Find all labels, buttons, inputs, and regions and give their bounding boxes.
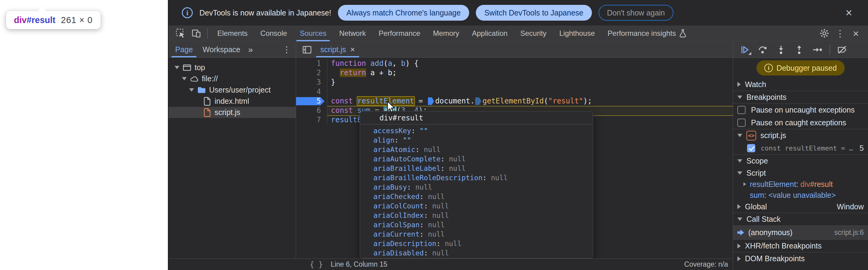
tab-elements[interactable]: Elements xyxy=(211,26,254,41)
popup-property: ariaColSpan: null xyxy=(373,220,593,230)
gutter-line-6[interactable]: 6 xyxy=(296,106,327,115)
popup-property: ariaChecked: null xyxy=(373,192,593,202)
code-token xyxy=(428,97,434,105)
step-icon[interactable] xyxy=(808,43,827,57)
element-dimensions-tooltip: div#result 261 × 0 xyxy=(6,11,101,29)
pause-caught-checkbox[interactable] xyxy=(737,119,746,127)
navigator-tab-workspace[interactable]: Workspace xyxy=(197,42,245,57)
section-breakpoints[interactable]: Breakpoints xyxy=(733,91,868,103)
step-over-icon[interactable] xyxy=(754,43,772,57)
tab-sources[interactable]: Sources xyxy=(293,26,333,41)
settings-gear-icon[interactable] xyxy=(816,26,832,40)
breakpoint-entry[interactable]: const resultElement = doc··· 5 xyxy=(733,142,868,154)
code-line: 5 const resultElement = document.getElem… xyxy=(296,96,733,106)
switch-devtools-japanese-button[interactable]: Switch DevTools to Japanese xyxy=(476,5,592,21)
section-scope[interactable]: Scope xyxy=(733,154,868,167)
gutter-line-4[interactable]: 4 xyxy=(296,87,327,96)
gutter-line-2[interactable]: 2 xyxy=(296,68,327,78)
code-line: 3 } xyxy=(296,78,733,87)
breakpoint-checkbox[interactable] xyxy=(747,144,755,152)
step-out-icon[interactable] xyxy=(790,43,808,57)
chevron-down-icon xyxy=(737,134,742,137)
section-call-stack[interactable]: Call Stack xyxy=(733,213,868,226)
infobar-close-icon[interactable]: × xyxy=(843,7,855,19)
tab-lighthouse[interactable]: Lighthouse xyxy=(553,26,601,41)
gutter-line-7[interactable]: 7 xyxy=(296,115,327,125)
tree-item-index-html[interactable]: index.html xyxy=(168,96,296,107)
tab-security[interactable]: Security xyxy=(514,26,553,41)
code-editor[interactable]: 1 function add(a, b) { 2 return a + b; 3… xyxy=(296,58,733,270)
device-toolbar-icon[interactable] xyxy=(188,26,204,40)
scope-script-header[interactable]: Script xyxy=(733,167,868,179)
tree-item-project-folder[interactable]: Users/user/project xyxy=(168,84,296,96)
object-preview-popup: div#result accessKey: ""align: ""ariaAto… xyxy=(360,111,593,259)
chevron-down-icon xyxy=(175,66,179,69)
scope-var-sum[interactable]: sum : <value unavailable> xyxy=(733,189,868,201)
file-navigator: Page Workspace » ⋮ top xyxy=(168,42,296,270)
breakpoint-group-script-js[interactable]: <> script.js xyxy=(733,129,868,142)
overflow-glyph: ⋮ xyxy=(836,28,845,39)
current-frame-icon xyxy=(737,230,744,236)
close-tab-icon[interactable]: × xyxy=(350,45,355,54)
popup-property: ariaDisabled: null xyxy=(373,248,593,258)
editor-tab-script-js[interactable]: script.js × xyxy=(315,42,360,57)
code-token: "result" xyxy=(548,97,583,105)
code-token: resultElement xyxy=(357,97,414,105)
code-text: } xyxy=(327,78,335,87)
colon: : xyxy=(764,191,768,200)
code-token: = xyxy=(414,97,427,105)
chevron-right-icon xyxy=(737,244,741,248)
step-into-icon[interactable] xyxy=(772,43,790,57)
tooltip-dimensions: 261 × 0 xyxy=(61,15,93,25)
pause-uncaught-checkbox[interactable] xyxy=(737,106,746,114)
tree-item-file-origin[interactable]: file:// xyxy=(168,73,296,84)
js-file-icon xyxy=(203,108,212,117)
debugger-sidebar: i Debugger paused Watch Breakpoints Paus… xyxy=(733,42,868,270)
callstack-frame[interactable]: (anonymous) script.js:6 xyxy=(733,226,868,239)
tab-memory[interactable]: Memory xyxy=(427,26,466,41)
chevron-down-icon xyxy=(737,96,742,99)
code-token: ( xyxy=(544,97,548,105)
chevron-down-icon xyxy=(737,217,742,221)
code-token: return xyxy=(340,68,366,77)
pretty-print-icon[interactable]: { } xyxy=(310,260,323,269)
tree-item-script-js[interactable]: script.js xyxy=(168,107,296,118)
code-line: 1 function add(a, b) { xyxy=(296,59,733,68)
inspect-element-icon[interactable] xyxy=(173,26,188,40)
code-token: a xyxy=(388,59,392,68)
tab-performance[interactable]: Performance xyxy=(372,26,427,41)
resume-script-icon[interactable] xyxy=(736,43,754,57)
navigator-tab-page[interactable]: Page xyxy=(170,42,197,57)
gutter-line-1[interactable]: 1 xyxy=(296,59,327,68)
dont-show-again-button[interactable]: Don't show again xyxy=(598,5,674,21)
section-dom-breakpoints[interactable]: DOM Breakpoints xyxy=(733,252,868,265)
gutter-line-5-breakpoint[interactable]: 5 xyxy=(296,96,327,106)
tab-console[interactable]: Console xyxy=(254,26,293,41)
navigator-menu-icon[interactable]: ⋮ xyxy=(278,44,296,55)
section-watch[interactable]: Watch xyxy=(733,78,868,91)
cursor-position: Line 6, Column 15 xyxy=(331,260,387,268)
scope-global-header[interactable]: Global Window xyxy=(733,201,868,213)
tab-performance-insights[interactable]: Performance insights xyxy=(601,26,693,41)
code-token: document xyxy=(435,97,470,105)
pause-caught-row[interactable]: Pause on caught exceptions xyxy=(733,116,868,129)
scope-var-resultelement[interactable]: resultElement : div#result xyxy=(733,179,868,189)
more-tabs-icon[interactable]: » xyxy=(245,45,256,55)
tab-application[interactable]: Application xyxy=(466,26,514,41)
section-xhr-breakpoints[interactable]: XHR/fetch Breakpoints xyxy=(733,239,868,252)
tab-network[interactable]: Network xyxy=(333,26,372,41)
pause-uncaught-row[interactable]: Pause on uncaught exceptions xyxy=(733,103,868,116)
overflow-menu-icon[interactable]: ⋮ xyxy=(832,26,848,40)
match-chrome-language-button[interactable]: Always match Chrome's language xyxy=(338,5,469,21)
section-label: Breakpoints xyxy=(746,93,786,102)
code-token: ) { xyxy=(405,59,418,68)
tooltip-tag: div xyxy=(14,15,27,25)
toggle-navigator-icon[interactable] xyxy=(299,43,315,57)
deactivate-breakpoints-icon[interactable] xyxy=(833,43,851,57)
devtools-toolbar: Elements Console Sources Network Perform… xyxy=(168,26,868,41)
code-token xyxy=(366,59,370,68)
devtools-close-icon[interactable]: × xyxy=(848,26,864,40)
tree-item-top[interactable]: top xyxy=(168,62,296,73)
editor-pane: script.js × 1 function add(a, b) { 2 re xyxy=(296,42,733,270)
gutter-line-3[interactable]: 3 xyxy=(296,78,327,87)
